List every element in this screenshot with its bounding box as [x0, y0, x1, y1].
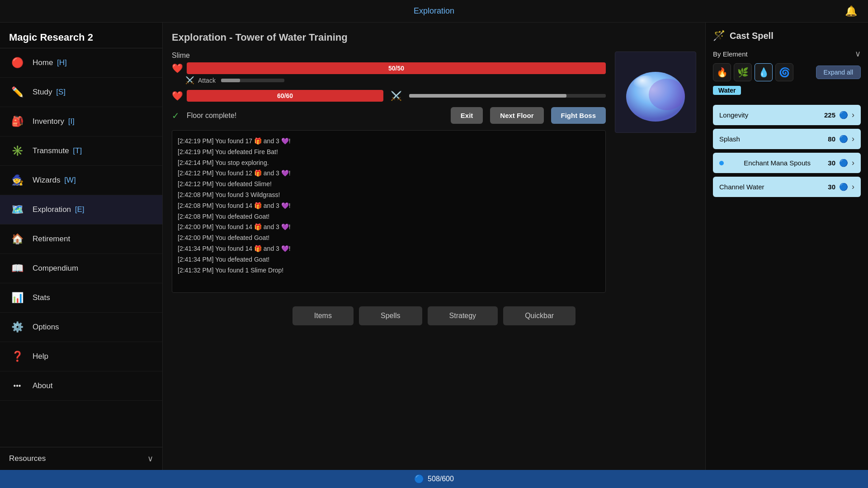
tab-items[interactable]: Items	[292, 306, 354, 325]
element-filter-chevron-icon[interactable]: ∨	[855, 49, 861, 59]
sidebar-item-about[interactable]: ••• About	[0, 371, 162, 401]
combat-main: Slime ❤️ 50/50 ⚔️ Attack	[172, 52, 606, 293]
compendium-icon: 📖	[9, 260, 25, 277]
spell-enchant-right: 30 🔵 ›	[828, 158, 854, 168]
player-attack-bar	[409, 94, 606, 98]
spell-enchant-mana-spouts[interactable]: Enchant Mana Spouts 30 🔵 ›	[713, 153, 861, 173]
retirement-icon: 🏠	[9, 231, 25, 247]
resources-section[interactable]: Resources ∨	[0, 447, 162, 470]
sidebar-item-transmute[interactable]: ✳️ Transmute [T]	[0, 136, 162, 166]
spell-longevity-mana-icon: 🔵	[839, 111, 848, 119]
player-attack-fill	[409, 94, 566, 98]
sidebar-item-wizards[interactable]: 🧙 Wizards [W]	[0, 166, 162, 195]
spell-enchant-mana-icon: 🔵	[839, 159, 848, 167]
exit-button[interactable]: Exit	[451, 107, 483, 124]
sidebar-item-exploration[interactable]: 🗺️ Exploration [E]	[0, 195, 162, 225]
enemy-image-box	[615, 52, 696, 133]
sidebar-label-transmute: Transmute [T]	[33, 146, 82, 155]
study-icon: ✏️	[9, 84, 25, 100]
sidebar-item-options[interactable]: ⚙️ Options	[0, 313, 162, 342]
sidebar-label-home: Home [H]	[33, 58, 67, 67]
expand-all-button[interactable]: Expand all	[816, 66, 861, 79]
spell-splash-right: 80 🔵 ›	[828, 134, 854, 144]
enemy-attack-fill	[221, 79, 240, 82]
stats-icon: 📊	[9, 290, 25, 306]
water-badge: Water	[713, 86, 741, 95]
fire-element-icon[interactable]: 🔥	[713, 63, 731, 81]
player-hp-row: ❤️ 60/60 ⚔️	[172, 90, 606, 102]
top-bar: Exploration 🔔	[0, 0, 868, 23]
log-entry: [2:41:34 PM] You defeated Goat!	[178, 254, 600, 265]
enemy-hp-row: ❤️ 50/50	[172, 62, 606, 74]
spell-splash[interactable]: Splash 80 🔵 ›	[713, 129, 861, 149]
log-entry: [2:42:08 PM] You found 14 🎁 and 3 💜!	[178, 201, 600, 211]
tab-quickbar[interactable]: Quickbar	[503, 306, 576, 325]
by-element-label: By Element	[713, 50, 748, 58]
spell-channel-water[interactable]: Channel Water 30 🔵 ›	[713, 177, 861, 197]
element-icons-row: 🔥 🌿 💧 🌀 Expand all	[713, 63, 861, 81]
spell-longevity-right: 225 🔵 ›	[824, 110, 854, 120]
sidebar-item-retirement[interactable]: 🏠 Retirement	[0, 225, 162, 254]
mana-icon: 🔵	[414, 474, 424, 484]
enemy-block: Slime ❤️ 50/50 ⚔️ Attack	[172, 52, 606, 84]
sidebar-item-help[interactable]: ❓ Help	[0, 342, 162, 371]
earth-element-icon[interactable]: 🌿	[734, 63, 752, 81]
water-element-icon[interactable]: 💧	[755, 63, 773, 81]
log-entry: [2:42:08 PM] You found 3 Wildgrass!	[178, 190, 600, 201]
cast-spell-label: Cast Spell	[730, 31, 774, 41]
sidebar-item-home[interactable]: 🔴 Home [H]	[0, 48, 162, 78]
enemy-hp-text: 50/50	[388, 65, 404, 72]
sidebar-item-study[interactable]: ✏️ Study [S]	[0, 78, 162, 107]
nature-element-icon[interactable]: 🌀	[775, 63, 793, 81]
top-bar-title: Exploration	[414, 6, 454, 16]
log-entry: [2:42:08 PM] You defeated Goat!	[178, 211, 600, 222]
spell-longevity-name: Longevity	[719, 111, 748, 119]
page-title: Exploration - Tower of Water Training	[172, 32, 696, 43]
sidebar-item-stats[interactable]: 📊 Stats	[0, 283, 162, 313]
log-entry: [2:42:00 PM] You defeated Goat!	[178, 233, 600, 244]
combat-log[interactable]: [2:42:19 PM] You found 17 🎁 and 3 💜![2:4…	[172, 130, 606, 293]
options-icon: ⚙️	[9, 319, 25, 335]
enemy-hp-bar: 50/50	[187, 62, 606, 74]
about-icon: •••	[9, 378, 25, 394]
spell-channel-mana-icon: 🔵	[839, 183, 848, 191]
sidebar-item-compendium[interactable]: 📖 Compendium	[0, 254, 162, 283]
enemy-hp-icon: ❤️	[172, 63, 183, 74]
sidebar-label-wizards: Wizards [W]	[33, 176, 76, 185]
resources-chevron-icon: ∨	[147, 454, 153, 464]
spell-longevity-cost: 225	[824, 111, 835, 119]
floor-complete-row: ✓ Floor complete! Exit Next Floor Fight …	[172, 107, 606, 124]
bell-icon[interactable]: 🔔	[845, 5, 857, 17]
slime-image	[622, 63, 689, 122]
log-entry: [2:42:19 PM] You found 17 🎁 and 3 💜!	[178, 136, 600, 147]
fight-boss-button[interactable]: Fight Boss	[551, 107, 606, 124]
log-entry: [2:42:12 PM] You found 12 🎁 and 3 💜!	[178, 168, 600, 179]
log-entry: [2:41:34 PM] You found 14 🎁 and 3 💜!	[178, 244, 600, 254]
transmute-icon: ✳️	[9, 143, 25, 159]
sidebar-label-options: Options	[33, 323, 59, 332]
log-entry: [2:42:19 PM] You defeated Fire Bat!	[178, 147, 600, 158]
status-bar: 🔵 508/600	[0, 470, 868, 488]
log-entry: [2:42:00 PM] You found 14 🎁 and 3 💜!	[178, 222, 600, 233]
spell-channel-cost: 30	[828, 183, 835, 191]
tab-spells[interactable]: Spells	[359, 306, 422, 325]
log-entry: [2:42:12 PM] You defeated Slime!	[178, 179, 600, 190]
tab-strategy[interactable]: Strategy	[428, 306, 498, 325]
sidebar-item-inventory[interactable]: 🎒 Inventory [I]	[0, 107, 162, 136]
sidebar: Magic Research 2 🔴 Home [H] ✏️ Study [S]…	[0, 23, 163, 470]
player-hp-bar: 60/60	[187, 90, 383, 102]
sidebar-label-inventory: Inventory [I]	[33, 117, 75, 126]
inventory-icon: 🎒	[9, 113, 25, 130]
spell-longevity[interactable]: Longevity 225 🔵 ›	[713, 105, 861, 125]
next-floor-button[interactable]: Next Floor	[490, 107, 543, 124]
enemy-attack-bar	[221, 79, 284, 82]
player-sword-icon: ⚔️	[391, 90, 402, 101]
cast-spell-header: 🪄 Cast Spell	[713, 30, 861, 42]
resources-label: Resources	[9, 454, 46, 463]
spell-channel-name: Channel Water	[719, 183, 764, 191]
spell-channel-chevron-icon: ›	[852, 182, 854, 192]
element-filter-row: By Element ∨	[713, 49, 861, 59]
floor-complete-check-icon: ✓	[172, 110, 179, 121]
player-hp-icon: ❤️	[172, 90, 183, 101]
wand-icon: 🪄	[713, 30, 725, 42]
